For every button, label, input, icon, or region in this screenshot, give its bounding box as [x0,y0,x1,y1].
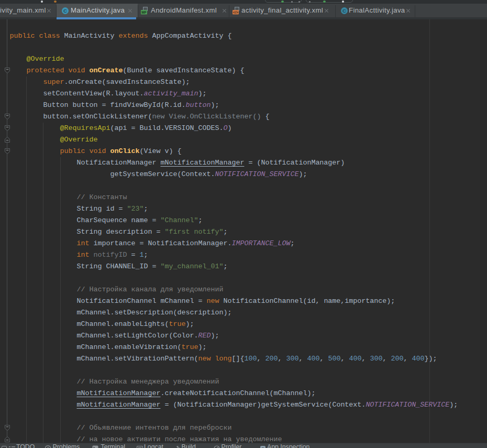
svg-text:C: C [63,8,67,14]
svg-text:C: C [342,8,346,14]
svg-text:MF: MF [141,10,147,14]
svg-text:</>: </> [233,10,238,14]
